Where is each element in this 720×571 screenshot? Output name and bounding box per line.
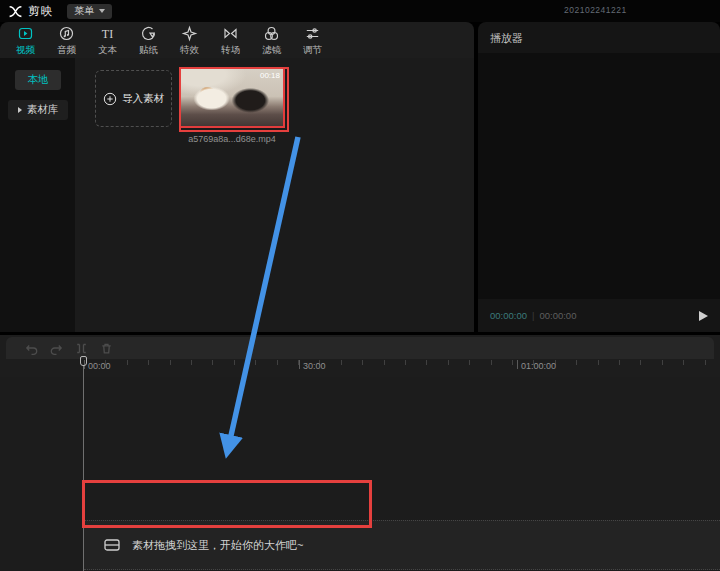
playhead-pin-icon [80, 356, 87, 366]
app-title: 剪映 [28, 4, 53, 19]
svg-text:TI: TI [102, 27, 113, 41]
player-current-time: 00:00:00 [490, 310, 527, 321]
media-panel: 视频 音频 TI 文本 贴纸 特效 转场 滤镜 调节 [0, 22, 474, 332]
tab-sticker[interactable]: 贴纸 [128, 22, 169, 58]
tab-label: 滤镜 [262, 44, 281, 57]
split-icon[interactable] [74, 341, 89, 356]
tab-video[interactable]: 视频 [5, 22, 46, 58]
import-button-label: 导入素材 [122, 92, 164, 106]
tab-adjust[interactable]: 调节 [292, 22, 333, 58]
sidebar-item-material-library[interactable]: 素材库 [8, 100, 68, 120]
tab-label: 视频 [16, 44, 35, 57]
clip-filename: a5769a8a...d68e.mp4 [175, 134, 289, 144]
caret-right-icon [18, 107, 22, 113]
audio-icon [58, 25, 75, 42]
drop-hint-text: 素材拖拽到这里，开始你的大作吧~ [132, 538, 303, 553]
ruler-label: 01:00:00 [517, 360, 556, 372]
transition-icon [222, 25, 239, 42]
tab-filter[interactable]: 滤镜 [251, 22, 292, 58]
timeline-toolbar [6, 337, 714, 359]
tab-label: 调节 [303, 44, 322, 57]
ruler-minor-ticks [84, 360, 720, 365]
time-separator: | [532, 310, 534, 321]
clip-duration: 00:18 [260, 71, 280, 80]
tab-label: 转场 [221, 44, 240, 57]
media-content-area: 导入素材 00:18 a5769a8a...d68e.mp4 [75, 58, 474, 332]
play-button[interactable] [699, 311, 708, 321]
undo-icon[interactable] [24, 341, 39, 356]
sidebar-item-label: 素材库 [27, 103, 59, 117]
text-icon: TI [99, 25, 116, 42]
effects-icon [181, 25, 198, 42]
top-bar: 剪映 菜单 202102241221 [0, 0, 720, 22]
timeline-drop-zone[interactable]: 素材拖拽到这里，开始你的大作吧~ [84, 520, 720, 570]
tab-audio[interactable]: 音频 [46, 22, 87, 58]
menu-button-label: 菜单 [74, 4, 94, 18]
player-title: 播放器 [478, 22, 720, 55]
timeline-tracks-area[interactable]: 素材拖拽到这里，开始你的大作吧~ [0, 377, 720, 571]
tab-effects[interactable]: 特效 [169, 22, 210, 58]
player-panel: 播放器 00:00:00 | 00:00:00 [478, 22, 720, 332]
sticker-icon [140, 25, 157, 42]
session-id: 202102241221 [564, 5, 627, 15]
ruler-label: 00:00 [84, 360, 111, 372]
timeline-ruler[interactable]: 00:00 30:00 01:00:00 [0, 359, 720, 377]
import-material-button[interactable]: 导入素材 [95, 70, 172, 127]
video-clip-thumbnail[interactable]: 00:18 [179, 67, 285, 128]
delete-icon[interactable] [99, 341, 114, 356]
media-tab-bar: 视频 音频 TI 文本 贴纸 特效 转场 滤镜 调节 [0, 22, 474, 58]
player-controls: 00:00:00 | 00:00:00 [478, 299, 720, 332]
menu-button[interactable]: 菜单 [67, 4, 112, 19]
adjust-icon [304, 25, 321, 42]
tab-label: 音频 [57, 44, 76, 57]
timeline-panel: 00:00 30:00 01:00:00 素材拖拽到这里，开始你的大作吧~ [0, 335, 720, 571]
filter-icon [263, 25, 280, 42]
player-total-time: 00:00:00 [539, 310, 576, 321]
playhead[interactable] [80, 356, 87, 366]
ruler-label: 30:00 [299, 360, 326, 372]
sidebar-item-local[interactable]: 本地 [15, 70, 61, 90]
playhead-line [83, 366, 84, 571]
media-track-icon [104, 539, 120, 551]
tab-label: 文本 [98, 44, 117, 57]
video-icon [17, 25, 34, 42]
chevron-down-icon [99, 9, 105, 13]
redo-icon[interactable] [49, 341, 64, 356]
sidebar-item-label: 本地 [28, 73, 49, 87]
media-sidebar: 本地 素材库 [0, 58, 75, 332]
tab-label: 贴纸 [139, 44, 158, 57]
app-logo-icon [8, 5, 23, 18]
plus-icon [103, 92, 117, 106]
tab-transition[interactable]: 转场 [210, 22, 251, 58]
player-preview-area [478, 53, 720, 299]
clip-thumbnail-image: 00:18 [181, 69, 283, 126]
tab-label: 特效 [180, 44, 199, 57]
tab-text[interactable]: TI 文本 [87, 22, 128, 58]
